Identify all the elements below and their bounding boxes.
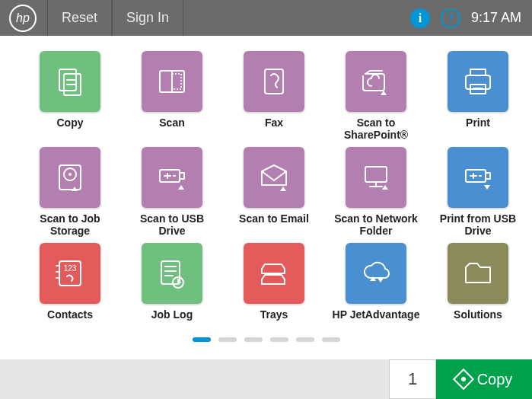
tile-label: HP JetAdvantage xyxy=(333,308,420,333)
app-grid-area: CopyScanFaxScan to SharePoint®PrintScan … xyxy=(0,36,532,343)
email-icon xyxy=(244,147,304,208)
svg-rect-33 xyxy=(161,261,180,284)
jobstorage-icon xyxy=(40,147,100,208)
page-dot[interactable] xyxy=(296,337,314,342)
info-icon[interactable]: i xyxy=(410,8,430,28)
tile-fax[interactable]: Fax xyxy=(228,51,320,141)
tile-label: Contacts xyxy=(47,308,93,333)
tile-printusb[interactable]: Print from USB Drive xyxy=(432,147,524,237)
tile-print[interactable]: Print xyxy=(432,51,524,141)
signin-label: Sign In xyxy=(126,10,169,26)
svg-rect-21 xyxy=(365,167,387,182)
page-dot[interactable] xyxy=(193,337,211,342)
tile-label: Solutions xyxy=(454,308,502,333)
page-dot[interactable] xyxy=(218,337,237,342)
tile-email[interactable]: Scan to Email xyxy=(228,147,320,237)
svg-marker-19 xyxy=(178,185,184,190)
svg-marker-27 xyxy=(484,185,490,190)
folder-icon xyxy=(448,243,508,304)
tile-label: Fax xyxy=(265,117,283,141)
tile-label: Scan to Network Folder xyxy=(334,212,418,237)
joblog-icon xyxy=(142,243,202,304)
tile-label: Print xyxy=(466,117,490,141)
svg-rect-7 xyxy=(265,69,283,94)
network-icon xyxy=(346,147,406,208)
tile-label: Trays xyxy=(260,308,288,333)
svg-marker-39 xyxy=(377,278,384,282)
tile-label: Scan to USB Drive xyxy=(126,212,218,237)
tile-copy[interactable]: Copy xyxy=(24,51,116,141)
tile-label: Print from USB Drive xyxy=(440,212,516,237)
page-dot[interactable] xyxy=(322,337,340,342)
tile-sharepoint[interactable]: Scan to SharePoint® xyxy=(330,51,422,141)
tile-trays[interactable]: Trays xyxy=(228,243,320,333)
tile-joblog[interactable]: Job Log xyxy=(126,243,218,333)
svg-marker-20 xyxy=(280,187,286,191)
copy-button[interactable]: Copy xyxy=(436,359,532,399)
scan-icon xyxy=(142,51,202,112)
cloud-icon xyxy=(346,243,406,304)
print-icon xyxy=(448,51,508,112)
reset-label: Reset xyxy=(62,10,97,26)
tile-folder[interactable]: Solutions xyxy=(432,243,524,333)
tile-label: Job Log xyxy=(151,308,193,333)
reset-button[interactable]: Reset xyxy=(47,0,112,36)
footer-bar: 1 Copy xyxy=(0,359,532,399)
page-dot[interactable] xyxy=(270,337,288,342)
trays-icon xyxy=(244,243,304,304)
contacts-icon: 123 xyxy=(40,243,100,304)
copy-icon xyxy=(40,51,100,112)
svg-rect-10 xyxy=(470,69,486,75)
tile-label: Scan xyxy=(159,117,184,141)
tile-scan[interactable]: Scan xyxy=(126,51,218,141)
tile-label: Copy xyxy=(57,117,84,141)
svg-rect-18 xyxy=(180,173,184,179)
copy-count-input[interactable]: 1 xyxy=(389,359,436,399)
page-dot[interactable] xyxy=(244,337,263,342)
tile-contacts[interactable]: 123Contacts xyxy=(24,243,116,333)
sharepoint-icon xyxy=(346,51,406,112)
scanusb-icon xyxy=(142,147,202,208)
hp-logo: hp xyxy=(8,3,38,34)
svg-rect-5 xyxy=(172,74,181,89)
start-icon xyxy=(452,369,473,390)
tile-network[interactable]: Scan to Network Folder xyxy=(330,147,422,237)
printusb-icon xyxy=(448,147,508,208)
app-grid: CopyScanFaxScan to SharePoint®PrintScan … xyxy=(24,51,508,333)
hp-logo-icon: hp xyxy=(9,5,37,32)
svg-rect-9 xyxy=(466,75,490,89)
svg-point-15 xyxy=(68,173,72,176)
tile-cloud[interactable]: HP JetAdvantage xyxy=(330,243,422,333)
svg-marker-24 xyxy=(382,185,388,190)
tile-scanusb[interactable]: Scan to USB Drive xyxy=(126,147,218,237)
tile-jobstorage[interactable]: Scan to Job Storage xyxy=(24,147,116,237)
header-bar: hp Reset Sign In i ? 9:17 AM xyxy=(0,0,532,36)
clock: 9:17 AM xyxy=(471,10,521,26)
header-right: i ? 9:17 AM xyxy=(410,8,532,28)
help-icon[interactable]: ? xyxy=(441,8,460,28)
svg-text:123: 123 xyxy=(64,264,77,273)
tile-label: Scan to Job Storage xyxy=(40,212,100,237)
tile-label: Scan to SharePoint® xyxy=(344,117,408,141)
svg-rect-26 xyxy=(486,173,490,179)
tile-label: Scan to Email xyxy=(239,212,309,237)
fax-icon xyxy=(244,51,304,112)
pagination-dots xyxy=(24,337,508,342)
copy-count-value: 1 xyxy=(408,369,417,389)
copy-button-label: Copy xyxy=(477,371,513,388)
signin-button[interactable]: Sign In xyxy=(112,0,183,36)
